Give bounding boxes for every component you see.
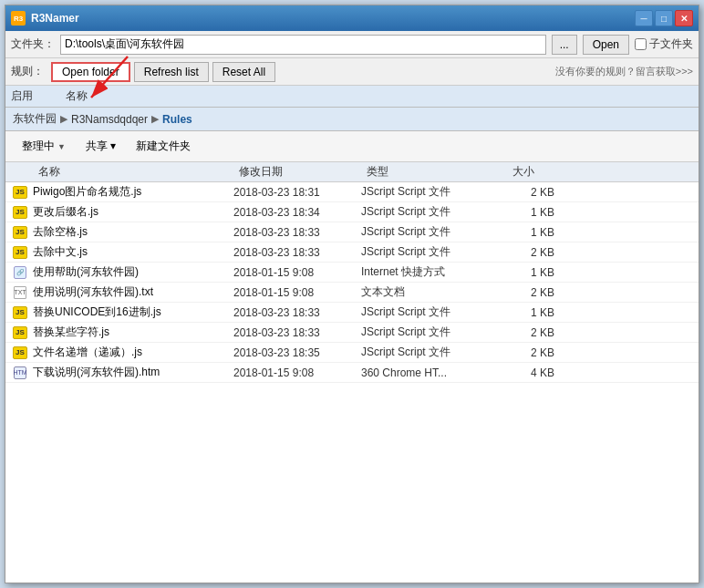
file-icon-txt: TXT [13,285,27,300]
organize-label: 整理中 [22,139,55,154]
titlebar: R3 R3Namer ─ □ ✕ [5,5,699,31]
file-row[interactable]: JS Piwigo图片命名规范.js 2018-03-23 18:31 JScr… [5,182,699,202]
file-size: 1 KB [507,226,562,239]
file-row[interactable]: TXT 使用说明(河东软件园).txt 2018-01-15 9:08 文本文档… [5,283,699,303]
file-date: 2018-01-15 9:08 [233,286,361,299]
file-name: 更改后缀名.js [33,204,233,220]
file-type: JScript Script 文件 [361,345,507,360]
share-label: 共享 ▾ [86,139,116,154]
file-list-header: 名称 修改日期 类型 大小 [5,162,699,182]
file-type: JScript Script 文件 [361,204,507,220]
file-date: 2018-03-23 18:35 [233,346,361,359]
share-button[interactable]: 共享 ▾ [77,135,125,159]
maximize-button[interactable]: □ [655,10,673,26]
file-row[interactable]: JS 文件名递增（递减）.js 2018-03-23 18:35 JScript… [5,343,699,363]
file-name: 替换UNICODE到16进制.js [33,304,233,320]
hint-text[interactable]: 没有你要的规则？留言获取>>> [555,65,693,78]
file-date: 2018-03-23 18:33 [233,306,361,319]
browse-button[interactable]: ... [552,35,577,55]
col-size[interactable]: 大小 [507,164,562,180]
breadcrumb-root[interactable]: 东软件园 [13,111,57,127]
file-name: 去除中文.js [33,244,233,260]
subfolder-checkbox-label[interactable]: 子文件夹 [635,36,693,52]
file-row[interactable]: 🔗 使用帮助(河东软件园) 2018-01-15 9:08 Internet 快… [5,263,699,283]
file-type: JScript Script 文件 [361,184,507,200]
file-type: JScript Script 文件 [361,304,507,320]
file-icon-js: JS [13,185,27,200]
organize-arrow-icon: ▼ [57,142,66,151]
file-name: 去除空格.js [33,224,233,240]
file-date: 2018-03-23 18:33 [233,326,361,339]
file-icon-js: JS [13,205,27,220]
file-icon-js: JS [13,245,27,260]
file-row[interactable]: JS 去除中文.js 2018-03-23 18:33 JScript Scri… [5,242,699,263]
file-name: 下载说明(河东软件园).htm [33,365,233,380]
file-row[interactable]: JS 替换某些字符.js 2018-03-23 18:33 JScript Sc… [5,323,699,343]
refresh-list-button[interactable]: Refresh list [134,62,209,82]
file-icon-js: JS [13,325,27,340]
reset-all-button[interactable]: Reset All [212,62,275,82]
file-icon-htm: HTM [13,366,27,380]
window-controls: ─ □ ✕ [635,10,693,26]
file-row[interactable]: JS 更改后缀名.js 2018-03-23 18:34 JScript Scr… [5,202,699,222]
breadcrumb-current: Rules [162,113,192,126]
open-folder-button[interactable]: Open folder [51,62,130,82]
open-button[interactable]: Open [583,35,629,55]
file-date: 2018-03-23 18:33 [233,246,361,259]
explorer-toolbar: 整理中 ▼ 共享 ▾ 新建文件夹 [5,131,699,162]
file-size: 2 KB [507,326,562,339]
file-type: JScript Script 文件 [361,325,507,340]
organize-button[interactable]: 整理中 ▼ [13,135,75,159]
rules-column-headers: 启用 名称 [5,86,699,108]
new-folder-label: 新建文件夹 [136,139,191,154]
file-size: 1 KB [507,206,562,219]
file-size: 2 KB [507,246,562,259]
minimize-button[interactable]: ─ [635,10,653,26]
file-name: 文件名递增（递减）.js [33,345,233,360]
file-name: 使用帮助(河东软件园) [33,264,233,280]
file-size: 1 KB [507,266,562,279]
file-date: 2018-01-15 9:08 [233,366,361,379]
file-date: 2018-03-23 18:34 [233,206,361,219]
col-type[interactable]: 类型 [361,164,507,180]
breadcrumb-sep-1: ▶ [60,113,67,125]
main-window: R3 R3Namer ─ □ ✕ 文件夹： ... Open 子文件夹 规则： … [5,5,699,583]
window-title: R3Namer [31,12,635,25]
file-list: 名称 修改日期 类型 大小 JS Piwigo图片命名规范.js 2018-03… [5,162,699,583]
file-row[interactable]: JS 替换UNICODE到16进制.js 2018-03-23 18:33 JS… [5,303,699,323]
rules-toolbar: 规则： Open folder Refresh list Reset All 没… [5,58,699,86]
col-header-name: 名称 [66,88,699,104]
file-date: 2018-03-23 18:31 [233,186,361,199]
folder-label: 文件夹： [11,36,55,52]
file-row[interactable]: HTM 下载说明(河东软件园).htm 2018-01-15 9:08 360 … [5,363,699,383]
file-icon-js: JS [13,225,27,240]
path-input[interactable] [60,35,546,55]
file-size: 2 KB [507,286,562,299]
file-icon-js: JS [13,346,27,360]
rules-label: 规则： [11,64,44,79]
file-type: JScript Script 文件 [361,224,507,240]
file-size: 2 KB [507,186,562,199]
breadcrumb-sep-2: ▶ [151,113,159,125]
file-icon-lnk: 🔗 [13,265,27,280]
new-folder-button[interactable]: 新建文件夹 [127,135,200,159]
subfolder-checkbox[interactable] [635,38,647,50]
file-type: 文本文档 [361,284,507,300]
file-type: 360 Chrome HT... [361,366,507,379]
breadcrumb-bar: 东软件园 ▶ R3Namsdqdqer ▶ Rules [5,108,699,131]
file-rows-container: JS Piwigo图片命名规范.js 2018-03-23 18:31 JScr… [5,182,699,383]
file-row[interactable]: JS 去除空格.js 2018-03-23 18:33 JScript Scri… [5,222,699,242]
path-toolbar: 文件夹： ... Open 子文件夹 [5,31,699,58]
app-icon: R3 [11,11,26,26]
file-type: Internet 快捷方式 [361,264,507,280]
file-name: 使用说明(河东软件园).txt [33,284,233,300]
file-icon-js: JS [13,305,27,320]
close-button[interactable]: ✕ [675,10,693,26]
breadcrumb-r3namer[interactable]: R3Namsdqdqer [71,113,148,126]
col-header-enabled: 启用 [11,88,66,104]
file-name: 替换某些字符.js [33,325,233,340]
col-date[interactable]: 修改日期 [233,164,361,180]
col-name[interactable]: 名称 [33,164,233,180]
file-size: 1 KB [507,306,562,319]
file-date: 2018-03-23 18:33 [233,226,361,239]
